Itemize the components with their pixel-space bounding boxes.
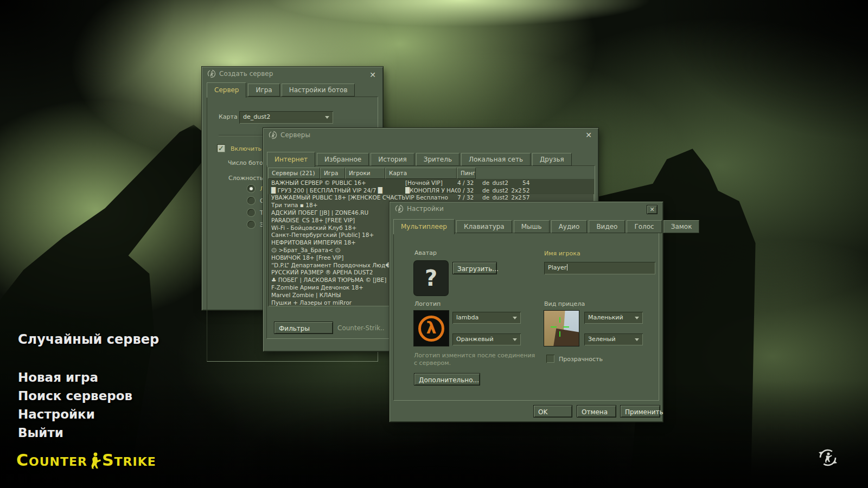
column-header[interactable]: Карта — [385, 168, 457, 179]
cancel-button[interactable]: Отмена — [577, 405, 616, 418]
server-row[interactable]: █ ГРУЗ 200 | БЕСПЛАТНЫЙ VIP 24/7 █ █КОНО… — [268, 187, 594, 194]
tab[interactable]: Интернет — [267, 152, 315, 167]
upload-avatar-button[interactable]: Загрузить... — [452, 262, 497, 274]
dropdown-arrow-icon — [325, 116, 329, 119]
tab[interactable]: Настройки ботов — [282, 84, 355, 97]
menu-item[interactable]: Выйти — [18, 426, 132, 444]
cs-titlebar-icon — [269, 131, 277, 139]
crosshair-preview-roof — [552, 329, 579, 346]
crosshair-preview — [544, 311, 579, 346]
tab[interactable]: Друзья — [532, 153, 572, 166]
menu-item[interactable]: Новая игра — [18, 370, 132, 389]
map-dropdown[interactable]: de_dust2 — [239, 111, 333, 124]
crosshair-size-dropdown[interactable]: Маленький — [584, 312, 643, 324]
settings-titlebar[interactable]: Настройки — [390, 202, 663, 216]
close-icon[interactable]: ✕ — [369, 71, 376, 79]
cs-titlebar-icon — [207, 69, 216, 78]
tab-label: Интернет — [275, 156, 308, 163]
server-name: Три типа ▪ 18+ — [268, 202, 405, 208]
tab[interactable]: Зритель — [416, 153, 459, 166]
apply-button[interactable]: Применить — [620, 405, 660, 418]
server-game: █КОНОПЛЯ У НАС █ — [405, 187, 457, 194]
server-game: [Ночной VIP] — [405, 179, 457, 186]
tab[interactable]: Аудио — [551, 220, 588, 233]
tab-label: Игра — [256, 86, 272, 94]
server-list-header: Серверы (221) Игра Игроки Карта Пинг — [268, 168, 594, 179]
tab[interactable]: Избранное — [317, 153, 369, 166]
server-name: РУССКИЙ РАЗМЕР ® АРЕНА DUST2 — [268, 269, 405, 275]
ok-button[interactable]: OK — [533, 405, 572, 418]
tab[interactable]: Голос — [627, 220, 661, 233]
logo-color-value: Оранжевый — [456, 336, 494, 343]
spray-logo-label: Логотип — [414, 300, 441, 307]
radio-button[interactable] — [247, 221, 255, 228]
tab[interactable]: Локальная сеть — [461, 153, 531, 166]
tab[interactable]: Мультиплеер — [393, 219, 455, 234]
tab[interactable]: История — [371, 153, 414, 166]
logo-word-counter: Counter — [16, 453, 87, 469]
enable-bots-checkbox[interactable]: ✓ — [217, 144, 225, 152]
menu-item[interactable]: Настройки — [18, 407, 132, 426]
server-name: УВАЖАЕМЫЙ PUBLIC 18+ [ЖЕНСКОЕ СЧАСТЬЕ] — [268, 194, 405, 201]
radio-button[interactable] — [247, 209, 255, 216]
tab[interactable]: Мышь — [514, 220, 550, 233]
cs-soldier-icon — [88, 452, 101, 469]
avatar-placeholder-glyph: ? — [425, 266, 437, 291]
menu-item-random-server[interactable]: Случайный сервер — [18, 332, 159, 347]
column-header[interactable]: Серверы (221) — [268, 168, 320, 179]
tab-label: Зритель — [424, 156, 452, 163]
tab[interactable]: Клавиатура — [456, 220, 512, 233]
create-server-titlebar[interactable]: Создать сервер — [202, 67, 383, 81]
server-row[interactable]: ВАЖНЫЙ СЕРВЕР © PUBLIC 16+ [Ночной VIP] … — [268, 179, 594, 187]
server-row[interactable]: УВАЖАЕМЫЙ PUBLIC 18+ [ЖЕНСКОЕ СЧАСТЬЕ] V… — [268, 194, 594, 202]
dropdown-arrow-icon — [513, 338, 517, 341]
radio-button[interactable] — [247, 197, 255, 204]
filters-button[interactable]: Фильтры — [274, 322, 333, 334]
tab-label: Избранное — [324, 156, 361, 163]
cs-corner-logo-icon — [817, 447, 839, 468]
servers-titlebar[interactable]: Серверы — [263, 128, 598, 142]
tab-label: Аудио — [559, 223, 580, 230]
close-icon[interactable]: ✕ — [647, 205, 658, 214]
server-name: Санкт-Петербургский [Public] 18+ — [268, 232, 405, 238]
logo-note-line2: с сервером. — [414, 359, 451, 367]
server-name: Wi-Fi - Бойцовский Клуб 18+ — [268, 224, 405, 231]
close-icon[interactable]: ✕ — [585, 131, 592, 139]
desktop: Случайный сервер Новая игра Поиск сервер… — [0, 0, 868, 488]
spray-logo-preview: λ — [414, 311, 449, 346]
tab-label: История — [378, 156, 407, 163]
radio-button[interactable] — [247, 185, 255, 192]
column-header[interactable]: Пинг — [457, 168, 476, 179]
tab[interactable]: Замок — [663, 220, 700, 233]
transparency-checkbox[interactable] — [546, 355, 554, 363]
transparency-label: Прозрачность — [559, 356, 603, 363]
column-header[interactable]: Игра — [320, 168, 345, 179]
logo-model-value: lambda — [456, 314, 478, 321]
server-name: Пушки + Лазеры от miRror — [268, 299, 405, 306]
player-name-input[interactable]: Player — [544, 262, 655, 274]
player-name-value: Player — [548, 264, 566, 271]
radio-dot — [250, 187, 253, 190]
tab[interactable]: Сервер — [207, 82, 246, 98]
counter-strike-logo: Counter Strike — [16, 452, 156, 469]
server-name: ♣ ПОБЕГ | ЛАСКОВАЯ ТЮРЬМА © [JBE] — [268, 277, 405, 283]
logo-word-strike: Strike — [102, 453, 156, 469]
server-name: ۞ >Брат_За_Брата< ۞ — [268, 247, 405, 254]
logo-model-dropdown[interactable]: lambda — [452, 312, 521, 324]
tab[interactable]: Видео — [589, 220, 625, 233]
crosshair-color-dropdown[interactable]: Зеленый — [584, 333, 643, 345]
bots-count-label: Число ботов — [228, 159, 266, 166]
tab[interactable]: Игра — [248, 84, 279, 97]
window-title: Серверы — [280, 131, 310, 139]
menu-item[interactable]: Поиск серверов — [18, 389, 132, 407]
advanced-button[interactable]: Дополнительно... — [414, 373, 480, 386]
server-name: PARADISE_CS 18+ [FREE VIP] — [268, 217, 405, 223]
lambda-glyph: λ — [426, 320, 437, 336]
tab-label: Друзья — [540, 156, 564, 163]
logo-color-dropdown[interactable]: Оранжевый — [452, 333, 521, 345]
tab-label: Видео — [596, 223, 617, 230]
crosshair-color-value: Зеленый — [588, 336, 616, 343]
lambda-icon: λ — [418, 316, 444, 342]
dropdown-arrow-icon — [513, 317, 517, 319]
column-header[interactable]: Игроки — [345, 168, 385, 179]
